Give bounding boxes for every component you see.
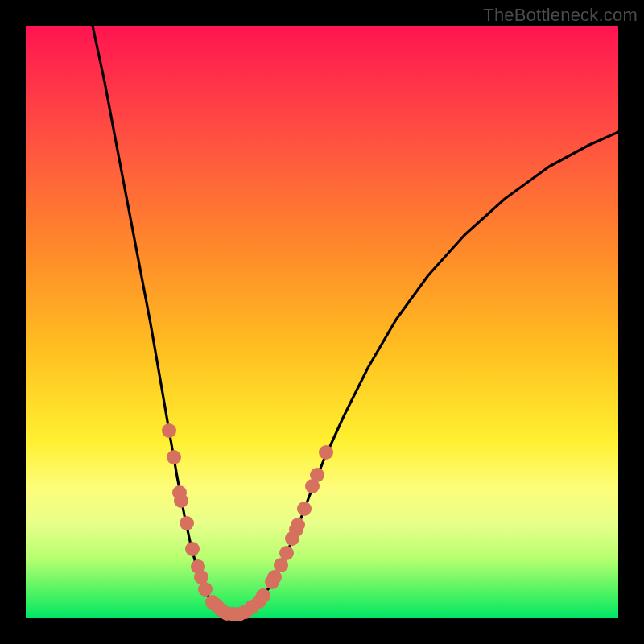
chart-frame: TheBottleneck.com	[0, 0, 644, 644]
plot-area	[26, 26, 618, 618]
curve-marker	[279, 546, 294, 560]
curve-marker	[319, 445, 333, 460]
curve-marker	[310, 468, 324, 482]
curve-svg	[26, 26, 618, 618]
curve-marker	[256, 588, 270, 603]
curve-marker	[185, 542, 200, 556]
curve-marker	[180, 516, 194, 530]
curve-marker	[162, 423, 176, 438]
curve-marker	[297, 502, 312, 516]
watermark-text: TheBottleneck.com	[483, 5, 638, 26]
bottleneck-curve	[93, 26, 618, 614]
curve-markers	[162, 423, 333, 621]
curve-marker	[198, 582, 213, 597]
curve-marker	[174, 493, 188, 508]
curve-marker	[167, 450, 181, 464]
curve-marker	[291, 518, 305, 532]
